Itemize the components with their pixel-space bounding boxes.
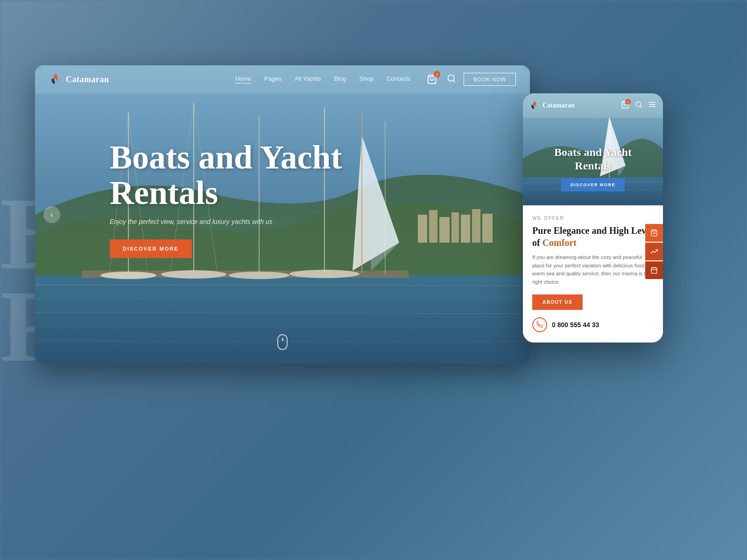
- mouse-dot: [282, 338, 283, 341]
- mobile-side-buttons: [645, 224, 663, 280]
- side-cart-icon: [650, 229, 658, 237]
- svg-line-41: [640, 106, 641, 107]
- desktop-logo[interactable]: Catamaran: [49, 73, 109, 86]
- phone-icon[interactable]: [532, 317, 547, 332]
- mobile-hero-content: Boats and Yacht Rentals DISCOVER MORE: [523, 146, 663, 191]
- compare-icon: [650, 248, 658, 255]
- mobile-hero-title: Boats and Yacht Rentals: [523, 146, 663, 173]
- about-us-button[interactable]: ABOUT US: [532, 294, 583, 310]
- svg-rect-6: [472, 209, 480, 243]
- mobile-cart-badge: 0: [625, 99, 631, 105]
- side-calendar-button[interactable]: [645, 261, 663, 279]
- book-now-button[interactable]: BOOK NOW: [464, 73, 516, 86]
- side-cart-button[interactable]: [645, 224, 663, 242]
- mouse-icon: [277, 334, 288, 350]
- desktop-navigation: Catamaran Home Pages All Yachts Blog Sho…: [35, 65, 530, 93]
- svg-point-16: [161, 270, 226, 279]
- catamaran-logo-icon: [49, 73, 62, 86]
- svg-rect-8: [35, 275, 530, 364]
- nav-link-blog[interactable]: Blog: [334, 75, 346, 84]
- desktop-logo-text: Catamaran: [66, 75, 109, 84]
- svg-rect-46: [651, 268, 657, 273]
- svg-rect-3: [439, 217, 450, 243]
- mobile-logo[interactable]: Catamaran: [529, 100, 574, 111]
- phone-number: 0 800 555 44 33: [552, 321, 599, 329]
- svg-point-40: [636, 102, 641, 107]
- phone-row: 0 800 555 44 33: [532, 317, 654, 332]
- scroll-indicator: [277, 334, 288, 350]
- calendar-icon: [650, 266, 658, 274]
- mobile-navigation: Catamaran 0: [523, 93, 663, 118]
- nav-link-contacts[interactable]: Contacts: [387, 75, 410, 84]
- nav-link-shop[interactable]: Shop: [359, 75, 374, 84]
- mobile-section-description: If you are dreaming about the cozy and p…: [532, 253, 654, 286]
- mobile-logo-icon: [529, 100, 540, 111]
- cart-button[interactable]: 0: [424, 72, 439, 87]
- svg-line-11: [35, 313, 530, 314]
- mobile-nav-actions: 0: [621, 100, 656, 111]
- nav-link-all-yachts[interactable]: All Yachts: [295, 75, 321, 84]
- svg-line-12: [35, 326, 530, 327]
- svg-point-17: [229, 272, 289, 279]
- discover-more-button-desktop[interactable]: DISCOVER MORE: [110, 239, 192, 258]
- svg-rect-2: [429, 210, 437, 243]
- mobile-hero-section: Catamaran 0: [523, 93, 663, 205]
- mobile-search-button[interactable]: [635, 101, 642, 110]
- search-button[interactable]: [447, 74, 456, 85]
- svg-point-18: [289, 270, 359, 278]
- nav-link-home[interactable]: Home: [235, 75, 251, 84]
- svg-line-32: [453, 80, 455, 82]
- mobile-search-icon: [635, 101, 642, 108]
- mobile-logo-text: Catamaran: [543, 102, 574, 109]
- mobile-mockup: Catamaran 0: [523, 93, 663, 343]
- hero-content: Boats and Yacht Rentals Enjoy the perfec…: [110, 140, 342, 258]
- cart-badge: 0: [434, 71, 440, 77]
- desktop-mockup: Catamaran Home Pages All Yachts Blog Sho…: [35, 65, 530, 364]
- we-offer-label: WE OFFER: [532, 216, 654, 221]
- svg-rect-7: [482, 214, 493, 243]
- mobile-cart-button[interactable]: 0: [621, 100, 629, 111]
- svg-line-9: [35, 285, 530, 286]
- svg-rect-1: [418, 215, 427, 243]
- mobile-section-title: Pure Elegance and High Level of Comfort: [532, 224, 654, 249]
- prev-slide-button[interactable]: ‹: [43, 206, 60, 223]
- chevron-left-icon: ‹: [50, 210, 53, 220]
- svg-point-31: [448, 75, 454, 81]
- hero-subtitle: Enjoy the perfect view, service and luxu…: [110, 218, 342, 225]
- nav-link-pages[interactable]: Pages: [264, 75, 282, 84]
- search-icon: [447, 74, 456, 83]
- svg-rect-4: [451, 212, 459, 243]
- svg-line-10: [35, 298, 530, 299]
- hero-title: Boats and Yacht Rentals: [110, 140, 342, 210]
- phone-svg-icon: [536, 322, 543, 328]
- side-compare-button[interactable]: [645, 243, 663, 260]
- svg-point-15: [100, 272, 156, 279]
- mobile-menu-button[interactable]: [648, 100, 656, 111]
- mobile-content-section: WE OFFER Pure Elegance and High Level of…: [523, 205, 663, 343]
- hamburger-icon: [648, 100, 656, 109]
- desktop-nav-links: Home Pages All Yachts Blog Shop Contacts: [235, 75, 410, 84]
- svg-rect-14: [82, 271, 409, 278]
- discover-more-button-mobile[interactable]: DISCOVER MORE: [561, 178, 625, 191]
- svg-rect-5: [461, 215, 470, 243]
- desktop-nav-actions: 0 BOOK NOW: [424, 72, 516, 87]
